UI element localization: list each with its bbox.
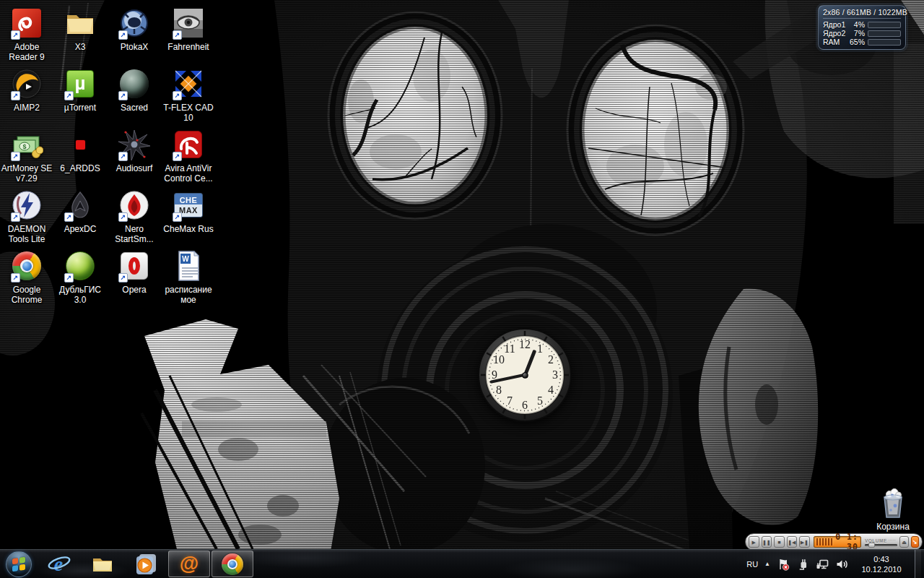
icon-label: T-FLEX CAD 10 [162,103,215,123]
desktop-icon-x3[interactable]: X3 [53,6,107,52]
audiosurf-icon: ↗ [117,127,152,162]
volume-ticks: ''''' [889,539,897,543]
icon-label: Audiosurf [116,163,153,173]
shortcut-arrow-icon: ↗ [118,273,128,282]
eject-button[interactable]: ⏏ [899,536,909,548]
desktop-icon-tflex-cad[interactable]: ↗ T-FLEX CAD 10 [162,66,215,123]
svg-text:W: W [182,255,189,263]
taskbar-windows-explorer[interactable] [81,550,124,578]
icon-label: PtokaX [121,42,149,52]
desktop-icon-chemax[interactable]: CHE MAX ↗ CheMax Rus [162,188,215,234]
action-center-flag-icon[interactable] [777,558,790,571]
taskbar-windows-media-player[interactable] [124,550,167,578]
icon-label: Корзина [876,522,910,532]
language-indicator[interactable]: RU [746,560,758,569]
lcd-display: 0 1: 30 [814,536,861,548]
icon-label: µTorrent [64,103,96,113]
desktop-icon-artmoney[interactable]: $ ↗ ArtMoney SE v7.29 [0,127,53,184]
desktop-icon-daemon-tools[interactable]: ↗ DAEMON Tools Lite [0,188,53,244]
ptokax-icon: ↗ [117,6,152,40]
desktop-icon-aimp2[interactable]: ↗ AIMP2 [0,66,53,113]
shortcut-arrow-icon: ↗ [11,212,20,222]
clock-number: 7 [507,394,513,407]
clock-hub [522,372,528,379]
shortcut-arrow-icon: ↗ [173,152,182,161]
icon-label: Adobe Reader 9 [0,42,53,62]
desktop-icon-apexdc[interactable]: ↗ ApexDC [53,188,107,234]
show-desktop-button[interactable] [915,550,921,578]
sacred-icon: ↗ [117,66,152,101]
taskbar-internet-explorer[interactable]: e [38,550,81,578]
play-button[interactable]: ▶ [749,536,759,548]
start-button[interactable] [0,550,38,578]
volume-slider[interactable] [865,544,897,546]
gadget-close-button[interactable]: ➘ [911,536,919,548]
desktop-icon-utorrent[interactable]: µ ↗ µTorrent [53,66,107,113]
show-hidden-icons-chevron[interactable]: ▲ [764,561,770,567]
pause-button[interactable]: ❚❚ [762,536,772,548]
network-icon[interactable] [816,558,829,571]
mail-ru-agent-icon: @ [180,553,199,575]
taskbar-google-chrome[interactable] [212,551,253,577]
ram-meter: RAM 65% [823,38,901,46]
desktop-icon-raspisanie[interactable]: W расписание мое [162,249,215,305]
analog-clock-gadget[interactable]: 12 1 2 3 4 5 6 7 8 9 10 11 [477,327,572,423]
shortcut-arrow-icon: ↗ [118,152,128,161]
clock-number: 6 [522,399,528,412]
next-button[interactable]: ▶❚ [799,536,810,548]
tray-clock[interactable]: 0:43 10.12.2010 [855,554,908,574]
desktop-icon-dublgis[interactable]: ↗ ДубльГИС 3.0 [53,249,107,305]
desktop-icon-adobe-reader[interactable]: ↗ Adobe Reader 9 [0,6,53,62]
desktop-icon-sacred[interactable]: ↗ Sacred [108,66,161,113]
desktop-icon-fahrenheit[interactable]: ↗ Fahrenheit [162,6,215,52]
cpu-core2-meter: Ядро2 7% [823,29,901,38]
shortcut-arrow-icon: ↗ [173,91,182,100]
icon-label: Sacred [121,103,148,113]
tray-time: 0:43 [855,554,908,564]
desktop-icon-google-chrome[interactable]: ↗ Google Chrome [0,249,53,305]
clock-number: 5 [537,394,543,407]
taskbar: e @ [0,549,924,578]
desktop-icon-ptokax[interactable]: ↗ PtokaX [108,6,161,52]
shortcut-arrow-icon: ↗ [11,273,20,282]
mini-media-player-gadget[interactable]: ▶ ❚❚ ■ ❚◀ ▶❚ 0 1: 30 VOLUME ''''' ⏏ ➘ [745,533,923,551]
shortcut-arrow-icon: ↗ [173,212,182,222]
clock-number: 2 [548,353,554,366]
internet-explorer-icon: e [47,552,71,577]
shortcut-arrow-icon: ↗ [64,212,74,222]
desktop-icon-audiosurf[interactable]: ↗ Audiosurf [108,127,161,173]
desktop-icon-opera[interactable]: ↗ Opera [108,249,161,295]
chemax-icon: CHE MAX ↗ [171,188,206,223]
desktop-icon-6ardds[interactable]: 6_ARDDS [53,127,107,173]
tray-date: 10.12.2010 [855,564,908,574]
volume-icon[interactable] [835,558,848,571]
taskbar-mail-ru-agent[interactable]: @ [168,551,210,577]
artmoney-icon: $ ↗ [9,127,44,162]
system-tray: RU ▲ 0:43 10.12.2010 [746,550,924,578]
shortcut-arrow-icon: ↗ [118,212,128,222]
volume-slider-handle[interactable] [868,543,875,548]
previous-button[interactable]: ❚◀ [787,536,798,548]
clock-number: 11 [504,342,515,355]
svg-text:$: $ [22,143,26,150]
google-chrome-icon: ↗ [9,249,44,283]
stop-button[interactable]: ■ [774,536,785,548]
windows-orb-icon [6,551,32,577]
shortcut-arrow-icon: ↗ [11,91,20,100]
apexdc-flame-icon: ↗ [63,188,97,223]
utorrent-icon: µ ↗ [63,66,97,101]
cpu-meter-gadget[interactable]: 2x86 / 661MB / 1022MB Ядро1 4% Ядро2 7% … [818,5,906,50]
folder-icon [90,552,115,577]
desktop-icon-nero[interactable]: ↗ Nero StartSm... [108,188,161,244]
icon-label: Avira AntiVir Control Ce... [162,163,215,184]
power-plug-icon[interactable] [796,558,809,571]
shortcut-arrow-icon: ↗ [64,273,74,282]
desktop-icon-recycle-bin[interactable]: Корзина [866,486,920,532]
folder-icon [63,6,97,40]
recycle-bin-icon [876,486,910,520]
volume-control: VOLUME ''''' [865,538,897,546]
icon-label: X3 [75,42,86,52]
shortcut-arrow-icon: ↗ [173,30,182,40]
desktop-icon-avira[interactable]: ↗ Avira AntiVir Control Ce... [162,127,215,184]
core2-bar [868,30,901,37]
